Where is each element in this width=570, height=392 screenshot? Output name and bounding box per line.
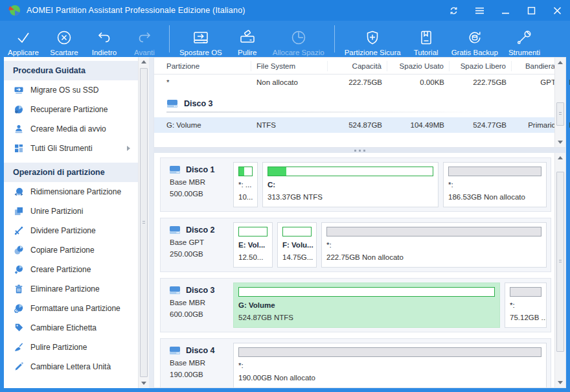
column-header-spazio-libero[interactable]: Spazio Libero xyxy=(450,61,512,71)
submenu-arrow-icon xyxy=(127,146,130,151)
wipe-button[interactable]: Pulire xyxy=(227,23,268,56)
sidebar-item-bootable-media[interactable]: Creare Media di avvio xyxy=(4,119,138,139)
content-area: Procedura Guidata Migrare OS su SSD Recu… xyxy=(4,57,566,388)
disk-type: Base MBR xyxy=(169,299,233,306)
merge-partitions-icon xyxy=(14,207,23,216)
check-icon xyxy=(14,27,32,48)
splitter-handle[interactable] xyxy=(154,148,566,153)
column-header-file-system[interactable]: File System xyxy=(251,61,328,71)
refresh-icon[interactable] xyxy=(448,5,459,16)
close-icon[interactable] xyxy=(552,5,562,16)
partition-block-unallocated[interactable]: *: 222.75GB Non allocato xyxy=(321,222,547,268)
partition-block-e[interactable]: E: Vol... 12.50... xyxy=(233,222,273,268)
table-row-selected[interactable]: G: Volume NTFS 524.87GB 104.49MB 524.77G… xyxy=(154,117,554,133)
disk-panel-4: Disco 4 Base MBR 190.00GB *: 190.00GB No… xyxy=(160,338,551,387)
toolbar: Applicare Scartare Indietro Avanti xyxy=(0,21,570,57)
partition-usage-bar xyxy=(238,227,268,236)
scroll-down-icon[interactable] xyxy=(555,137,565,147)
main-panel: Partizione File System Capacità Spazio U… xyxy=(154,57,566,388)
pie-clock-icon xyxy=(290,27,308,48)
scrollbar-thumb[interactable] xyxy=(556,102,564,126)
sidebar-item-change-label[interactable]: Cambiare Etichetta xyxy=(4,318,138,338)
disk-icon xyxy=(169,225,181,235)
partition-block-f[interactable]: F: Volu... 14.75G... xyxy=(277,222,317,268)
sidebar-item-resize-partition[interactable]: Ridimensionare Partizione xyxy=(4,182,138,202)
recover-partition-icon xyxy=(14,105,23,114)
sidebar-item-all-tools[interactable]: Tutti Gli Strumenti xyxy=(4,139,138,158)
undo-button[interactable]: Indietro xyxy=(84,23,124,56)
partition-usage-bar xyxy=(448,167,542,176)
column-header-spazio-usato[interactable]: Spazio Usato xyxy=(387,61,450,71)
sidebar-item-merge-partitions[interactable]: Unire Partizioni xyxy=(4,202,138,221)
partition-block-c[interactable]: C: 313.37GB NTFS xyxy=(262,162,439,207)
disk-type: Base MBR xyxy=(169,178,233,186)
disk-size: 600.00GB xyxy=(169,310,233,318)
resize-partition-icon xyxy=(14,187,23,196)
partition-block-g-selected[interactable]: G: Volume 524.87GB NTFS xyxy=(233,282,500,328)
sidebar-item-split-partition[interactable]: Dividere Partizione xyxy=(4,221,138,240)
secure-partition-button[interactable]: Partizione Sicura xyxy=(339,23,406,56)
table-scrollbar[interactable] xyxy=(554,58,565,147)
delete-partition-icon xyxy=(14,284,23,294)
sidebar-item-delete-partition[interactable]: Eliminare Partizione xyxy=(4,279,138,299)
column-header-partizione[interactable]: Partizione xyxy=(154,61,251,71)
discard-button[interactable]: Scartare xyxy=(44,23,84,56)
apply-button[interactable]: Applicare xyxy=(3,23,44,56)
allocate-space-button: Allocare Spazio xyxy=(268,23,330,56)
scroll-up-icon[interactable] xyxy=(139,57,149,67)
column-header-capacita[interactable]: Capacità xyxy=(328,61,387,71)
scroll-down-icon[interactable] xyxy=(555,378,565,387)
partition-usage-bar xyxy=(238,287,495,297)
table-header-row: Partizione File System Capacità Spazio U… xyxy=(154,58,554,75)
partition-block[interactable]: *: ... 10... xyxy=(233,162,258,207)
column-header-bandiera[interactable]: Bandiera xyxy=(512,61,561,71)
sidebar-item-wipe-partition[interactable]: Pulire Partizione xyxy=(4,338,138,357)
sidebar-item-migrate-os[interactable]: Migrare OS su SSD xyxy=(4,80,138,100)
sidebar-item-recover-partition[interactable]: Recuperare Partizione xyxy=(4,100,138,119)
free-backup-button[interactable]: Gratis Backup xyxy=(446,23,503,56)
change-label-icon xyxy=(14,323,23,332)
sidebar-item-copy-partition[interactable]: Copiare Partizione xyxy=(4,240,138,260)
titlebar: AOMEI Partition Assistant Professionale … xyxy=(0,0,570,21)
migrate-os-button[interactable]: Spostare OS xyxy=(174,23,227,56)
disk-wipe-icon xyxy=(238,27,257,48)
minimize-icon[interactable] xyxy=(500,5,510,16)
partition-block-unallocated[interactable]: *: 186.53GB Non allocato xyxy=(443,162,547,207)
partition-usage-bar xyxy=(326,227,542,236)
book-icon xyxy=(417,27,435,48)
sidebar-item-format-partition[interactable]: Formattare una Partizione xyxy=(4,299,138,318)
migrate-os-icon xyxy=(14,86,23,95)
sidebar-scrollbar[interactable] xyxy=(138,57,149,388)
disk-move-icon xyxy=(191,27,211,48)
split-partition-icon xyxy=(14,226,23,235)
all-tools-icon xyxy=(14,144,23,153)
disk-icon xyxy=(166,99,178,108)
partition-block-unallocated[interactable]: *: 190.00GB Non allocato xyxy=(233,343,547,387)
format-partition-icon xyxy=(14,304,23,313)
disk-type: Base GPT xyxy=(169,238,233,246)
change-drive-letter-icon xyxy=(14,362,23,371)
disk-map-scrollbar[interactable] xyxy=(554,153,565,387)
maximize-icon[interactable] xyxy=(526,5,536,16)
section-header-partition-ops: Operazioni di partizione xyxy=(4,163,138,182)
table-row[interactable]: * Non allocato 222.75GB 0.00KB 222.75GB … xyxy=(154,75,554,90)
scrollbar-thumb[interactable] xyxy=(556,172,564,352)
scroll-up-icon[interactable] xyxy=(555,58,565,67)
scroll-down-icon[interactable] xyxy=(139,378,149,388)
partition-block-unallocated[interactable]: *: 75.12GB ... xyxy=(505,282,547,328)
disk-icon xyxy=(169,165,181,174)
backup-sync-icon xyxy=(466,27,484,48)
sidebar-item-change-drive-letter[interactable]: Cambiare Lettera Unità xyxy=(4,357,138,376)
wrench-icon xyxy=(515,27,533,48)
scroll-up-icon[interactable] xyxy=(555,153,565,163)
disk-panel-3: Disco 3 Base MBR 600.00GB G: Volume 524.… xyxy=(160,278,551,332)
menu-icon[interactable] xyxy=(474,5,484,16)
redo-arrow-icon xyxy=(135,27,154,48)
toolbar-separator xyxy=(334,25,335,52)
scrollbar-thumb[interactable] xyxy=(140,68,148,377)
sidebar-item-create-partition[interactable]: Creare Partizione xyxy=(4,260,138,279)
tools-button[interactable]: Strumenti xyxy=(503,23,545,56)
disk-icon xyxy=(169,346,181,355)
tutorial-button[interactable]: Tutorial xyxy=(406,23,446,56)
partition-usage-bar xyxy=(238,167,253,176)
